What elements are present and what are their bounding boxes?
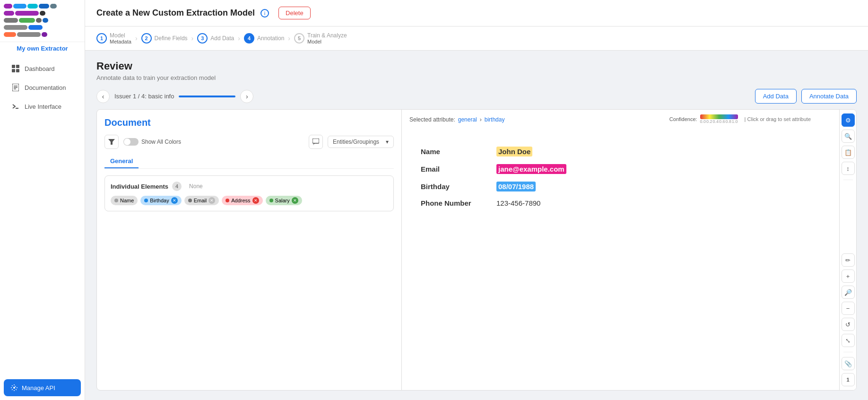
color-pill: [15, 11, 39, 16]
show-colors-toggle-wrapper: Show All Colors: [123, 138, 181, 146]
step-2[interactable]: 2 Define Fields: [141, 33, 188, 43]
step-5[interactable]: 5 Train & Analyze Model: [294, 32, 347, 44]
manage-api-button[interactable]: Manage API: [4, 379, 81, 396]
field-row-name: Name John Doe: [421, 143, 820, 160]
tag-remove-icon[interactable]: ✕: [208, 197, 215, 204]
field-label: Email: [421, 165, 496, 173]
sidebar-item-label: Documentation: [25, 84, 66, 91]
color-pill: [40, 11, 45, 16]
selected-attr-path[interactable]: general: [458, 116, 477, 123]
main-content: Create a New Custom Extraction Model i D…: [85, 0, 868, 400]
tag-name[interactable]: Name: [111, 196, 138, 205]
nav-bar: ‹ Issuer 1 / 4: basic info › Add Data An…: [96, 89, 857, 104]
step-4[interactable]: 4 Annotation: [244, 33, 284, 43]
sidebar-item-label: Live Interface: [25, 103, 61, 110]
tag-salary[interactable]: Salary ✕: [266, 196, 302, 205]
tag-email[interactable]: Email ✕: [184, 196, 219, 205]
step-label: Add Data: [210, 35, 234, 42]
rotate-left-button[interactable]: ↺: [842, 318, 855, 331]
filter-button[interactable]: [104, 135, 119, 149]
svg-marker-10: [108, 139, 115, 145]
tag-remove-icon[interactable]: ✕: [171, 197, 178, 204]
prev-arrow-button[interactable]: ‹: [96, 90, 110, 103]
page-title: Create a New Custom Extraction Model: [96, 8, 255, 18]
tag-remove-icon[interactable]: ✕: [292, 197, 298, 204]
tag-address[interactable]: Address ✕: [222, 196, 262, 205]
confidence-label: Confidence:: [669, 116, 697, 122]
document-table: Name John Doe Email jane@example.com Bir…: [421, 143, 820, 211]
search-toolbar-button[interactable]: 🔍: [842, 130, 855, 143]
document-panel: Document Show All Colors: [97, 110, 402, 390]
step-arrow: ›: [135, 35, 138, 42]
tag-birthday[interactable]: Birthday ✕: [140, 196, 181, 205]
selected-attr-leaf[interactable]: birthday: [485, 116, 505, 123]
field-row-email: Email jane@example.com: [421, 160, 820, 178]
step-3[interactable]: 3 Add Data: [197, 33, 234, 43]
tag-label: Salary: [275, 198, 290, 203]
sidebar-item-documentation[interactable]: Documentation: [4, 78, 81, 96]
fit-button[interactable]: ⤡: [842, 334, 855, 347]
comment-button[interactable]: [309, 135, 323, 149]
progress-bar: [179, 96, 235, 97]
add-data-button[interactable]: Add Data: [755, 89, 797, 104]
color-pill: [4, 11, 14, 16]
confidence-scale: 0.0 0.2 0.4 0.6 0.8 1.0: [700, 119, 738, 124]
next-arrow-button[interactable]: ›: [240, 90, 253, 103]
color-pill: [13, 4, 26, 9]
copy-toolbar-button[interactable]: 📋: [842, 146, 855, 159]
zoom-out-button[interactable]: −: [842, 302, 855, 315]
annotate-data-button[interactable]: Annotate Data: [801, 89, 857, 104]
individual-elements-panel: Individual Elements 4 None Name Birthday…: [104, 175, 394, 211]
step-number: 5: [294, 33, 304, 43]
tag-remove-icon[interactable]: ✕: [252, 197, 259, 204]
sidebar-item-live-interface[interactable]: Live Interface: [4, 97, 81, 115]
breadcrumb-arrow: ›: [480, 116, 482, 123]
doc-icon: [11, 83, 20, 92]
dropdown-label: Entities/Groupings: [333, 139, 379, 145]
sidebar-bottom: Manage API: [0, 375, 85, 400]
field-label: Name: [421, 148, 496, 156]
tag-label: Birthday: [150, 198, 169, 203]
show-colors-toggle[interactable]: [123, 138, 139, 146]
zoom-reset-button[interactable]: 🔎: [842, 286, 855, 299]
delete-button[interactable]: Delete: [278, 7, 311, 19]
sidebar-item-dashboard[interactable]: Dashboard: [4, 60, 81, 78]
click-hint: | Click or drag to set attribute: [745, 116, 811, 122]
field-label: Phone Number: [421, 199, 496, 207]
tag-dot: [114, 199, 118, 202]
ie-none-label: None: [189, 183, 203, 190]
page-header: Create a New Custom Extraction Model i D…: [85, 0, 868, 26]
entities-groupings-dropdown[interactable]: Entities/Groupings ▾: [328, 136, 394, 148]
svg-point-9: [13, 387, 15, 389]
color-pill: [43, 18, 48, 23]
page-1-button[interactable]: 1: [842, 373, 855, 386]
settings-toolbar-button[interactable]: ⚙: [842, 113, 855, 127]
expand-toolbar-button[interactable]: ↕: [842, 162, 855, 175]
step-arrow: ›: [191, 35, 194, 42]
toggle-knob: [124, 139, 130, 145]
step-1[interactable]: 1 Model Metadata: [96, 32, 131, 44]
tag-dot: [144, 199, 148, 202]
issuer-label: Issuer 1 / 4: basic info: [114, 93, 174, 100]
tag-label: Name: [120, 198, 134, 203]
sidebar-item-label: Dashboard: [25, 65, 55, 72]
color-pill: [17, 32, 41, 37]
step-arrow: ›: [288, 35, 290, 42]
color-pill: [4, 18, 18, 23]
document-title: Document: [104, 117, 394, 128]
field-label: Birthday: [421, 183, 496, 191]
color-pill: [39, 4, 49, 9]
selected-attr-prefix: Selected attribute:: [409, 116, 455, 123]
sidebar-navigation: Dashboard Documentation Live Interface: [0, 55, 85, 375]
svg-rect-11: [312, 139, 319, 143]
show-colors-label: Show All Colors: [141, 139, 181, 145]
tab-general[interactable]: General: [104, 155, 139, 168]
model-name: My own Extractor: [0, 42, 85, 55]
edit-toolbar-button[interactable]: ✏: [842, 253, 855, 267]
color-pill: [50, 4, 57, 9]
zoom-in-button[interactable]: +: [842, 270, 855, 283]
color-pill: [36, 18, 42, 23]
info-icon[interactable]: i: [260, 9, 269, 17]
tag-label: Email: [194, 198, 207, 203]
attach-button[interactable]: 📎: [842, 357, 855, 370]
